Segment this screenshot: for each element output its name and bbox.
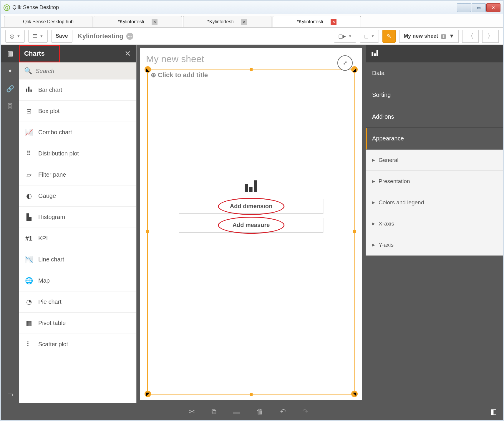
prev-sheet-button[interactable]: 〈 bbox=[462, 30, 479, 43]
appearance-presentation[interactable]: ▶Presentation bbox=[366, 171, 503, 192]
rail-charts[interactable]: ▥ bbox=[1, 45, 19, 62]
app-menu-icon[interactable]: ••• bbox=[126, 33, 133, 40]
asset-map[interactable]: 🌐Map bbox=[19, 270, 136, 291]
redo-icon[interactable]: ↷ bbox=[302, 407, 308, 416]
resize-handle[interactable] bbox=[250, 68, 253, 71]
save-label: Save bbox=[56, 33, 68, 39]
compass-icon: ◎ bbox=[10, 33, 14, 39]
asset-histogram[interactable]: ▙Histogram bbox=[19, 207, 136, 228]
box-plot-icon: ⊟ bbox=[24, 107, 34, 115]
cut-icon[interactable]: ✂ bbox=[189, 407, 195, 416]
bottom-action-bar: ✂ ⧉ ▬ 🗑 ↶ ↷ ◧ bbox=[1, 403, 503, 420]
appearance-yaxis[interactable]: ▶Y-axis bbox=[366, 234, 503, 256]
tab-app-2[interactable]: *Kylinfortesti… ✕ bbox=[183, 16, 271, 27]
properties-header bbox=[366, 45, 503, 62]
delete-icon[interactable]: 🗑 bbox=[256, 407, 263, 416]
triangle-icon: ▶ bbox=[372, 221, 375, 226]
section-sorting[interactable]: Sorting bbox=[366, 84, 503, 106]
assets-search[interactable]: 🔍 bbox=[19, 62, 136, 79]
pie-icon: ◔ bbox=[24, 298, 34, 306]
chart-object[interactable]: ⤢ ⊕ Click to add title Add dimension Add… bbox=[147, 69, 355, 395]
copy-icon[interactable]: ⧉ bbox=[211, 407, 216, 416]
asset-filter-pane[interactable]: ▱Filter pane bbox=[19, 164, 136, 185]
next-sheet-button[interactable]: 〉 bbox=[482, 30, 499, 43]
asset-pivot-table[interactable]: ▦Pivot table bbox=[19, 313, 136, 334]
tab-label: *Kylinfortesti… bbox=[118, 19, 149, 24]
expand-button[interactable]: ⤢ bbox=[337, 55, 353, 71]
global-menu-button[interactable]: ◎▼ bbox=[5, 30, 25, 43]
navigation-menu-button[interactable]: ☰▼ bbox=[28, 30, 48, 43]
kpi-icon: #1 bbox=[24, 235, 34, 242]
list-icon: ☰ bbox=[33, 33, 37, 39]
rail-custom-objects[interactable]: ✦ bbox=[1, 62, 19, 80]
section-addons[interactable]: Add-ons bbox=[366, 106, 503, 128]
section-data[interactable]: Data bbox=[366, 62, 503, 84]
play-screen-icon: ▢▸ bbox=[338, 33, 346, 39]
tab-app-1[interactable]: *Kylinfortesti… ✕ bbox=[94, 16, 182, 27]
paste-icon[interactable]: ▬ bbox=[233, 407, 240, 416]
resize-handle[interactable]: ◣ bbox=[145, 66, 151, 73]
chart-placeholder: Add dimension Add measure bbox=[179, 179, 323, 233]
sheet-title[interactable]: My new sheet bbox=[146, 54, 356, 64]
asset-line-chart[interactable]: 📉Line chart bbox=[19, 249, 136, 270]
search-input[interactable] bbox=[36, 68, 131, 74]
rail-fields[interactable]: 🗄 bbox=[1, 98, 19, 115]
save-button[interactable]: Save bbox=[51, 30, 72, 43]
add-dimension-button[interactable]: Add dimension bbox=[179, 199, 323, 214]
appearance-general[interactable]: ▶General bbox=[366, 150, 503, 171]
asset-kpi[interactable]: #1KPI bbox=[19, 228, 136, 249]
caret-icon: ▼ bbox=[371, 34, 374, 38]
appearance-xaxis[interactable]: ▶X-axis bbox=[366, 213, 503, 234]
window-minimize-button[interactable]: — bbox=[457, 3, 471, 12]
asset-pie-chart[interactable]: ◔Pie chart bbox=[19, 291, 136, 313]
add-measure-button[interactable]: Add measure bbox=[179, 218, 323, 233]
assets-panel: Charts ✕ 🔍 Bar chart ⊟Box plot 📈Combo ch… bbox=[19, 45, 137, 403]
sheet-canvas[interactable]: My new sheet ⤢ ⊕ Click to add title Add … bbox=[140, 48, 362, 400]
caret-icon: ▼ bbox=[17, 34, 20, 38]
close-panel-icon[interactable]: ✕ bbox=[125, 49, 131, 58]
asset-scatter-plot[interactable]: ⠇Scatter plot bbox=[19, 334, 136, 355]
app-logo-icon: Q bbox=[4, 4, 10, 11]
asset-gauge[interactable]: ◐Gauge bbox=[19, 185, 136, 207]
svg-rect-5 bbox=[254, 180, 257, 192]
caret-icon: ▼ bbox=[40, 34, 43, 38]
resize-handle[interactable]: ◢ bbox=[351, 66, 358, 73]
tab-app-3[interactable]: *Kylinfortesti… ✕ bbox=[273, 16, 361, 27]
close-tab-icon[interactable]: ✕ bbox=[241, 19, 247, 25]
link-icon: 🔗 bbox=[6, 85, 14, 93]
window-close-button[interactable]: ✕ bbox=[486, 3, 500, 12]
sheet-selector[interactable]: My new sheet ▥ ▼ bbox=[399, 30, 459, 43]
bookmarks-button[interactable]: ◻▼ bbox=[360, 30, 379, 43]
main-area: ▥ ✦ 🔗 🗄 ▭ Charts ✕ 🔍 Bar chart ⊟Box plot… bbox=[1, 45, 503, 403]
svg-rect-8 bbox=[377, 50, 378, 56]
undo-icon[interactable]: ↶ bbox=[280, 407, 286, 416]
svg-rect-3 bbox=[245, 184, 248, 192]
search-icon: 🔍 bbox=[24, 67, 32, 75]
rail-variables[interactable]: ▭ bbox=[1, 386, 19, 403]
resize-handle[interactable]: ◥ bbox=[351, 391, 358, 397]
insights-button[interactable]: ▢▸▼ bbox=[334, 30, 356, 43]
rail-master-items[interactable]: 🔗 bbox=[1, 80, 19, 98]
resize-handle[interactable]: ◤ bbox=[145, 391, 151, 397]
filter-icon: ▱ bbox=[24, 171, 34, 179]
window-maximize-button[interactable]: ▭ bbox=[472, 3, 486, 12]
svg-rect-7 bbox=[374, 53, 376, 56]
section-appearance[interactable]: Appearance bbox=[366, 128, 503, 150]
close-tab-icon[interactable]: ✕ bbox=[331, 19, 336, 25]
asset-box-plot[interactable]: ⊟Box plot bbox=[19, 101, 136, 122]
triangle-icon: ▶ bbox=[372, 200, 375, 205]
resize-handle[interactable] bbox=[353, 230, 356, 233]
asset-combo-chart[interactable]: 📈Combo chart bbox=[19, 122, 136, 143]
edit-button[interactable]: ✎ bbox=[382, 30, 396, 43]
tab-hub[interactable]: Qlik Sense Desktop hub bbox=[4, 16, 92, 27]
toggle-panel-icon[interactable]: ◧ bbox=[490, 407, 497, 416]
sheet-name: My new sheet bbox=[404, 33, 438, 39]
line-chart-icon: 📉 bbox=[24, 256, 34, 263]
resize-handle[interactable] bbox=[250, 393, 253, 396]
chart-title-placeholder[interactable]: ⊕ Click to add title bbox=[148, 69, 354, 81]
asset-bar-chart[interactable]: Bar chart bbox=[19, 79, 136, 101]
asset-distribution-plot[interactable]: ⠿Distribution plot bbox=[19, 143, 136, 164]
resize-handle[interactable] bbox=[146, 230, 149, 233]
close-tab-icon[interactable]: ✕ bbox=[152, 19, 158, 25]
appearance-colors[interactable]: ▶Colors and legend bbox=[366, 192, 503, 213]
